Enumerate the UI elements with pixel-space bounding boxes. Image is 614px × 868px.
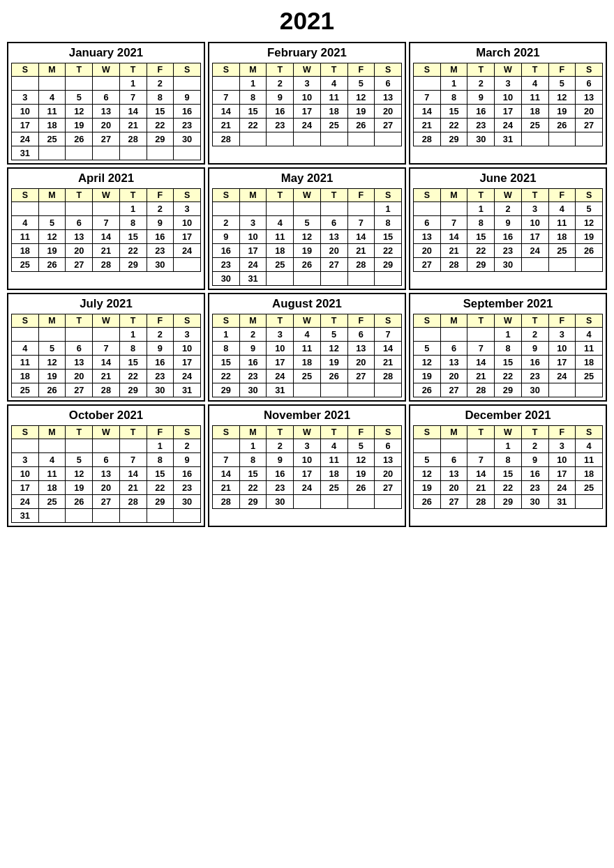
- calendar-day: 17: [12, 481, 39, 495]
- calendar-day: 23: [495, 244, 522, 258]
- calendar-day: 22: [119, 370, 147, 383]
- calendar-day: 18: [320, 467, 347, 481]
- calendar-day: 29: [239, 495, 267, 509]
- day-header: T: [119, 63, 147, 77]
- calendar-day: 7: [440, 216, 467, 230]
- day-header: S: [12, 189, 39, 202]
- calendar-day: 23: [467, 119, 495, 132]
- calendar-day: 20: [66, 370, 93, 383]
- calendar-day: 10: [12, 105, 39, 119]
- day-header: M: [440, 314, 467, 328]
- calendar-day: 11: [521, 91, 548, 105]
- month-may-2021: May 2021SMTWTFS1234567891011121314151617…: [208, 167, 406, 290]
- calendar-day: [66, 146, 93, 160]
- calendar-day: 24: [174, 244, 201, 258]
- calendar-day: 11: [12, 230, 39, 244]
- calendar-day: [66, 439, 93, 453]
- calendar-day: 29: [375, 258, 402, 272]
- calendar-day: 12: [294, 230, 321, 244]
- calendar-day: 30: [147, 258, 174, 272]
- calendar-day: 24: [12, 132, 39, 146]
- calendar-day: 6: [375, 77, 402, 91]
- calendar-day: 1: [119, 202, 147, 216]
- calendar-day: 6: [440, 453, 467, 467]
- calendar-day: 12: [414, 356, 441, 370]
- calendar-day: 23: [174, 119, 201, 132]
- calendar-day: 4: [576, 439, 603, 453]
- calendar-day: 23: [147, 244, 174, 258]
- calendar-day: 23: [267, 481, 294, 495]
- calendar-day: 22: [119, 244, 147, 258]
- calendar-day: 28: [467, 495, 495, 509]
- calendar-day: 5: [320, 328, 347, 342]
- calendar-day: 11: [38, 467, 66, 481]
- calendar-day: 21: [467, 481, 495, 495]
- calendar-day: 21: [93, 370, 120, 383]
- calendar-day: 7: [467, 453, 495, 467]
- day-header: S: [414, 189, 441, 202]
- calendar-day: [93, 328, 120, 342]
- calendar-day: [174, 77, 201, 91]
- calendar-day: [174, 509, 201, 523]
- calendar-day: 7: [93, 216, 120, 230]
- calendar-day: 8: [440, 91, 467, 105]
- calendar-day: 18: [38, 481, 66, 495]
- day-header: F: [147, 314, 174, 328]
- calendar-day: 14: [440, 230, 467, 244]
- calendar-day: 12: [576, 216, 603, 230]
- calendar-day: 9: [147, 342, 174, 356]
- calendar-day: 16: [521, 467, 548, 481]
- calendar-day: 30: [174, 495, 201, 509]
- calendar-day: 24: [174, 370, 201, 383]
- calendar-day: 21: [347, 244, 375, 258]
- month-july-2021: July 2021SMTWTFS123456789101112131415161…: [7, 293, 205, 402]
- calendar-day: 2: [147, 77, 174, 91]
- calendar-day: [521, 132, 548, 146]
- calendar-day: 29: [147, 495, 174, 509]
- day-header: S: [174, 426, 201, 439]
- calendar-day: 22: [239, 481, 267, 495]
- calendar-day: 19: [548, 105, 576, 119]
- calendar-day: 28: [440, 258, 467, 272]
- calendar-day: 29: [119, 258, 147, 272]
- calendar-day: 10: [174, 342, 201, 356]
- calendar-day: 6: [66, 216, 93, 230]
- calendar-day: [66, 77, 93, 91]
- calendar-day: 29: [495, 495, 522, 509]
- calendar-day: 31: [239, 272, 267, 286]
- day-header: S: [414, 63, 441, 77]
- month-title: July 2021: [11, 297, 201, 311]
- calendar-day: 2: [495, 202, 522, 216]
- calendar-day: 10: [548, 342, 576, 356]
- calendar-day: 9: [495, 216, 522, 230]
- calendar-day: 4: [12, 342, 39, 356]
- day-header: W: [93, 426, 120, 439]
- month-title: April 2021: [11, 172, 201, 185]
- calendar-day: 25: [320, 481, 347, 495]
- calendar-day: 30: [213, 272, 240, 286]
- calendar-day: 19: [347, 467, 375, 481]
- calendar-day: 27: [576, 119, 603, 132]
- calendar-day: 14: [93, 230, 120, 244]
- calendar-day: [38, 202, 66, 216]
- calendar-day: 3: [12, 453, 39, 467]
- calendar-day: [267, 202, 294, 216]
- day-header: S: [375, 189, 402, 202]
- calendar-day: 19: [66, 119, 93, 132]
- day-header: F: [548, 189, 576, 202]
- calendar-day: 15: [147, 467, 174, 481]
- calendar-day: 15: [440, 105, 467, 119]
- calendar-day: 11: [548, 216, 576, 230]
- calendar-day: [576, 132, 603, 146]
- month-title: February 2021: [212, 46, 402, 60]
- calendar-day: 30: [239, 383, 267, 397]
- month-title: September 2021: [413, 297, 603, 311]
- calendar-day: 15: [213, 356, 240, 370]
- day-header: F: [347, 63, 375, 77]
- calendar-day: [440, 202, 467, 216]
- calendar-day: 19: [414, 481, 441, 495]
- year-title: 2021: [7, 7, 607, 35]
- calendar-day: 13: [440, 467, 467, 481]
- month-title: January 2021: [11, 46, 201, 60]
- calendar-day: 26: [414, 383, 441, 397]
